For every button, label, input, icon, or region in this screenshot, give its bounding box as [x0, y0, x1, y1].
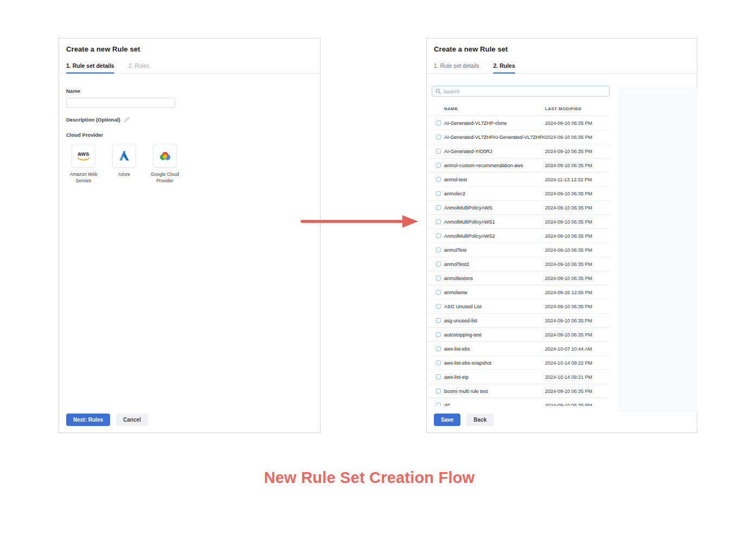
last-modified: 2024-10-14 09:22 PM	[545, 360, 609, 366]
table-row[interactable]: anmoltestsns2024-09-10 06:35 PM	[427, 271, 609, 285]
row-checkbox[interactable]	[436, 191, 441, 196]
row-checkbox[interactable]	[436, 135, 441, 139]
row-checkbox[interactable]	[436, 205, 441, 210]
row-checkbox[interactable]	[436, 304, 441, 309]
name-label: Name	[66, 88, 313, 94]
table-row[interactable]: anmolTest2024-09-10 06:35 PM	[427, 243, 609, 257]
rule-name: AI-Generated-YIO0RJ	[444, 149, 545, 154]
table-row[interactable]: AI-Generated-VL7ZHP-clone2024-09-10 06:3…	[427, 116, 609, 130]
provider-card-aws[interactable]: aws Amazon Web Servies	[66, 144, 101, 185]
rules-selection-dialog: Create a new Rule set 1. Rule set detail…	[426, 38, 697, 433]
aws-card[interactable]: aws	[72, 144, 95, 168]
table-row[interactable]: AI-Generated-VL7ZHPAI-Generated-VL7ZHPAI…	[427, 130, 609, 144]
aws-icon: aws	[78, 151, 89, 157]
search-icon	[435, 88, 441, 94]
rule-name: AI-Generated-VL7ZHP-clone	[444, 120, 545, 126]
table-header: NAME LAST MODIFIED	[427, 101, 609, 116]
table-row[interactable]: aws-list-eip2024-10-14 09:21 PM	[427, 370, 609, 384]
rule-name: AnmolMultiPolicyAWS2	[444, 233, 545, 239]
table-row[interactable]: boomi multi rule test2024-09-10 06:35 PM	[427, 384, 609, 398]
last-modified: 2024-09-10 06:35 PM	[545, 233, 609, 239]
table-row[interactable]: dd2024-09-10 06:35 PM	[427, 398, 609, 406]
table-row[interactable]: AI-Generated-YIO0RJ2024-09-10 06:35 PM	[427, 144, 609, 158]
flow-arrow-icon	[299, 213, 421, 230]
row-checkbox[interactable]	[436, 276, 441, 281]
row-checkbox[interactable]	[436, 389, 441, 393]
cancel-button[interactable]: Cancel	[116, 414, 148, 426]
provider-card-gcp[interactable]: Google Cloud Provider	[148, 144, 182, 185]
column-header-name: NAME	[444, 106, 545, 111]
last-modified: 2024-09-10 06:35 PM	[545, 389, 609, 394]
tab-rule-set-details[interactable]: 1. Rule set details	[66, 60, 114, 73]
last-modified: 2024-09-10 06:35 PM	[545, 219, 609, 225]
rule-name: AnmolMultiPolicyAWS	[444, 205, 545, 211]
cloud-provider-options: aws Amazon Web Servies Azure	[66, 144, 313, 185]
tab-rules[interactable]: 2. Rules	[129, 60, 150, 73]
provider-card-azure[interactable]: Azure	[107, 144, 142, 185]
back-button[interactable]: Back	[466, 414, 494, 426]
table-row[interactable]: anmolTest22024-09-10 06:35 PM	[427, 257, 609, 271]
row-checkbox[interactable]	[436, 177, 441, 182]
table-row[interactable]: AnmolMultiPolicyAWS2024-09-10 06:35 PM	[427, 200, 609, 214]
last-modified: 2024-09-26 12:06 PM	[545, 290, 609, 295]
tab-rule-set-details[interactable]: 1. Rule set details	[434, 60, 479, 73]
row-checkbox[interactable]	[436, 262, 441, 266]
table-row[interactable]: asg-unused-list2024-09-10 06:35 PM	[427, 313, 609, 327]
description-label: Description (Optional)	[66, 117, 120, 123]
last-modified: 2024-09-10 06:35 PM	[545, 318, 609, 323]
row-checkbox[interactable]	[436, 120, 441, 125]
rule-name: anmolTest	[444, 247, 545, 253]
row-checkbox[interactable]	[436, 247, 441, 252]
dialog-title: Create a new Rule set	[59, 39, 320, 54]
table-row[interactable]: anmol-test2024-11-13 12:32 PM	[427, 172, 609, 186]
save-button[interactable]: Save	[434, 414, 460, 426]
table-row[interactable]: aws-list-ebs-snapshot2024-10-14 09:22 PM	[427, 355, 609, 370]
table-row[interactable]: autostopping-test2024-09-10 06:35 PM	[427, 327, 609, 341]
rule-name: anmol-test	[444, 177, 545, 182]
last-modified: 2024-09-10 06:35 PM	[545, 304, 609, 309]
row-checkbox[interactable]	[436, 318, 441, 323]
rule-name: aws-list-eip	[444, 374, 545, 380]
ruleset-table-body: AI-Generated-VL7ZHP-clone2024-09-10 06:3…	[427, 116, 609, 406]
last-modified: 2024-11-13 12:32 PM	[545, 177, 609, 182]
row-checkbox[interactable]	[436, 163, 441, 168]
tab-rules[interactable]: 2. Rules	[493, 60, 515, 73]
google-cloud-icon	[159, 151, 171, 161]
page-canvas: Create a new Rule set 1. Rule set detail…	[0, 0, 756, 534]
gcp-card[interactable]	[153, 144, 177, 168]
table-row[interactable]: AnmolMultiPolicyAWS22024-09-10 06:35 PM	[427, 228, 609, 243]
table-row[interactable]: aws-list-ebs2024-10-07 10:44 AM	[427, 341, 609, 355]
table-row[interactable]: ASG Unused List2024-09-10 06:35 PM	[427, 299, 609, 313]
rule-name: anmoltestsns	[444, 276, 545, 281]
table-row[interactable]: AnmolMultiPolicyAWS12024-09-10 06:35 PM	[427, 214, 609, 228]
row-checkbox[interactable]	[436, 149, 441, 154]
row-checkbox[interactable]	[436, 332, 441, 337]
row-checkbox[interactable]	[436, 346, 441, 351]
last-modified: 2024-09-10 06:35 PM	[545, 332, 609, 338]
table-row[interactable]: anmolwow2024-09-26 12:06 PM	[427, 285, 609, 299]
azure-card[interactable]	[112, 144, 136, 168]
wizard-tabs: 1. Rule set details 2. Rules	[427, 60, 697, 74]
rules-list: NAME LAST MODIFIED AI-Generated-VL7ZHP-c…	[427, 101, 609, 406]
row-checkbox[interactable]	[436, 374, 441, 379]
table-row[interactable]: anmolec22024-09-10 06:35 PM	[427, 186, 609, 200]
dialog-footer: Save Back	[434, 414, 494, 426]
rule-name: anmol-custom-recommendation-aws	[444, 163, 545, 168]
row-checkbox[interactable]	[436, 403, 441, 406]
description-row[interactable]: Description (Optional)	[66, 117, 313, 123]
row-checkbox[interactable]	[436, 233, 441, 238]
dialog-footer: Next: Rules Cancel	[66, 414, 148, 426]
search-box[interactable]	[432, 86, 610, 97]
azure-icon	[118, 150, 130, 161]
row-checkbox[interactable]	[436, 360, 441, 365]
last-modified: 2024-09-10 06:35 PM	[545, 163, 609, 168]
name-input[interactable]	[66, 98, 175, 108]
next-rules-button[interactable]: Next: Rules	[66, 414, 110, 426]
search-input[interactable]	[444, 88, 606, 94]
rule-name: aws-list-ebs-snapshot	[444, 360, 545, 366]
row-checkbox[interactable]	[436, 219, 441, 224]
edit-pencil-icon[interactable]	[124, 117, 130, 123]
row-checkbox[interactable]	[436, 290, 441, 295]
table-row[interactable]: anmol-custom-recommendation-aws2024-09-1…	[427, 158, 609, 172]
preview-side-area	[618, 87, 697, 412]
